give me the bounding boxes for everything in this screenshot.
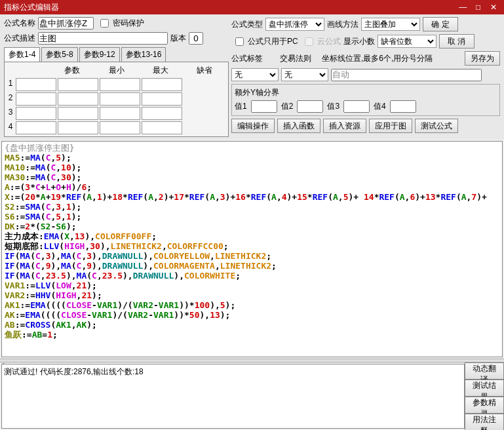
- tag-select[interactable]: 无: [231, 68, 279, 81]
- version-input[interactable]: [189, 32, 203, 45]
- param-hdr-max: 最大: [138, 64, 182, 77]
- window-title: 指标公式编辑器: [4, 0, 59, 14]
- close-icon[interactable]: ✕: [487, 0, 500, 14]
- maximize-icon[interactable]: □: [472, 0, 485, 14]
- minimize-icon[interactable]: —: [456, 0, 469, 14]
- insres-button[interactable]: 插入资源: [323, 119, 366, 133]
- cloud-checkbox: [305, 37, 313, 46]
- param-grid: 参数 最小 最大 缺省 1 2 3 4: [4, 62, 229, 137]
- param-cell[interactable]: [142, 92, 182, 106]
- val2-input[interactable]: [297, 100, 323, 113]
- val3-input[interactable]: [343, 100, 370, 113]
- name-input[interactable]: [38, 17, 94, 29]
- type-label: 公式类型: [231, 19, 263, 30]
- param-tab-2[interactable]: 参数5-8: [41, 47, 77, 62]
- rule-select[interactable]: 无: [281, 68, 328, 81]
- param-hdr-def: 缺省: [183, 64, 227, 77]
- param-cell[interactable]: [100, 92, 140, 106]
- param-tabs: 参数1-4 参数5-8 参数9-12 参数13-16: [4, 47, 229, 62]
- param-cell[interactable]: [142, 78, 182, 91]
- output-panel: 测试通过! 代码长度:2876,输出线个数:18: [1, 364, 465, 429]
- param-cell[interactable]: [58, 121, 98, 134]
- pwd-checkbox[interactable]: [100, 19, 109, 28]
- cancel-button[interactable]: 取 消: [439, 34, 475, 49]
- param-tab-1[interactable]: 参数1-4: [4, 47, 40, 62]
- showdec-label: 显示小数: [343, 36, 375, 47]
- applyto-button[interactable]: 应用于图: [369, 119, 412, 133]
- param-cell[interactable]: [16, 121, 56, 134]
- output-text: 测试通过! 代码长度:2876,输出线个数:18: [4, 367, 144, 376]
- drawmethod-label: 画线方法: [327, 19, 359, 30]
- val1-input[interactable]: [251, 100, 277, 113]
- saveas-button[interactable]: 另存为: [465, 51, 500, 66]
- param-cell[interactable]: [16, 92, 56, 106]
- param-tab-3[interactable]: 参数9-12: [79, 47, 120, 62]
- pconly-label: 公式只用于PC: [248, 36, 298, 47]
- usage-button[interactable]: 用法注释: [465, 414, 504, 430]
- extray-label: 额外Y轴分界: [235, 87, 497, 98]
- ok-button[interactable]: 确 定: [423, 17, 458, 31]
- cloud-label: 云公式: [317, 36, 341, 47]
- val3-label: 值3: [327, 101, 339, 112]
- desc-label: 公式描述: [4, 33, 35, 44]
- param-cell[interactable]: [58, 78, 98, 91]
- tag-label: 公式标签: [231, 53, 263, 64]
- type-select[interactable]: 盘中抓涨停: [265, 18, 324, 31]
- coord-input[interactable]: [331, 69, 482, 81]
- drawmethod-select[interactable]: 主图叠加: [361, 18, 420, 31]
- desc-input[interactable]: [38, 32, 168, 45]
- dyntrans-button[interactable]: 动态翻译: [465, 362, 504, 380]
- editop-button[interactable]: 编辑操作: [231, 119, 275, 133]
- insfunc-button[interactable]: 插入函数: [277, 119, 320, 133]
- param-cell[interactable]: [142, 107, 182, 120]
- val4-label: 值4: [374, 101, 386, 112]
- param-cell[interactable]: [16, 107, 56, 120]
- param-cell[interactable]: [142, 121, 182, 134]
- code-editor[interactable]: {盘中抓涨停主图} MA5:=MA(C,5); MA10:=MA(C,10); …: [1, 141, 503, 357]
- param-cell[interactable]: [100, 121, 140, 134]
- param-tab-4[interactable]: 参数13-16: [121, 47, 166, 62]
- coord-label: 坐标线位置,最多6个,用分号分隔: [322, 53, 433, 64]
- val1-label: 值1: [235, 101, 247, 112]
- param-hdr-name: 参数: [50, 64, 94, 77]
- param-hdr-min: 最小: [94, 64, 138, 77]
- paramwiz-button[interactable]: 参数精灵: [465, 397, 504, 414]
- pconly-checkbox[interactable]: [235, 37, 244, 46]
- name-label: 公式名称: [4, 18, 35, 29]
- val2-label: 值2: [281, 101, 294, 112]
- val4-input[interactable]: [390, 100, 416, 113]
- pwd-label: 密码保护: [113, 18, 144, 29]
- param-cell[interactable]: [100, 107, 140, 120]
- defdigits-select[interactable]: 缺省位数: [378, 35, 436, 48]
- param-cell[interactable]: [58, 92, 98, 106]
- testformula-button[interactable]: 测试公式: [415, 119, 458, 133]
- rule-label: 交易法则: [280, 53, 311, 64]
- titlebar: 指标公式编辑器 — □ ✕: [0, 0, 504, 14]
- param-cell[interactable]: [58, 107, 98, 120]
- version-label: 版本: [170, 33, 186, 44]
- param-cell[interactable]: [16, 78, 56, 91]
- testres-button[interactable]: 测试结果: [465, 380, 504, 397]
- param-cell[interactable]: [100, 78, 140, 91]
